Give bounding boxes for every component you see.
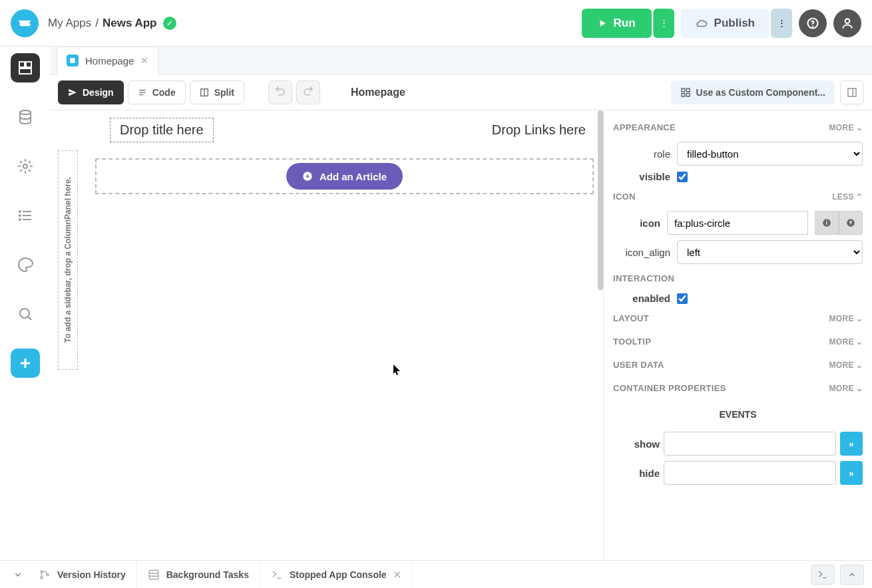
footer-tab-stopped-console[interactable]: Stopped App Console ✕ xyxy=(260,561,413,589)
header-left: My Apps / News App ✓ xyxy=(11,9,176,37)
tab-homepage[interactable]: Homepage ✕ xyxy=(57,47,158,74)
custom-component-button[interactable]: Use as Custom Component... xyxy=(671,80,835,104)
publish-button[interactable]: Publish xyxy=(681,9,769,38)
links-dropzone[interactable]: Drop Links here xyxy=(492,122,586,138)
view-toolbar: Design Code Split Homepage xyxy=(50,74,872,110)
list-icon xyxy=(17,208,33,223)
scrollbar[interactable] xyxy=(598,110,603,290)
console-button[interactable] xyxy=(811,565,835,585)
close-icon[interactable]: ✕ xyxy=(393,569,401,580)
svg-point-13 xyxy=(19,219,21,220)
more-toggle[interactable]: MORE ⌄ xyxy=(829,314,863,323)
section-tooltip[interactable]: TOOLTIP MORE ⌄ xyxy=(604,330,872,353)
more-toggle[interactable]: MORE ⌄ xyxy=(829,384,863,393)
navbar-preview: Drop title here Drop Links here xyxy=(50,110,603,149)
sidebar-dropzone[interactable]: To add a sidebar, drop a ColumnPanel her… xyxy=(58,150,78,370)
svg-rect-28 xyxy=(848,88,856,96)
design-view-button[interactable]: Design xyxy=(58,80,124,104)
footer-caret[interactable] xyxy=(8,570,28,579)
chevron-down-icon: ⌄ xyxy=(856,384,863,393)
run-menu-button[interactable]: ⋮ xyxy=(653,9,674,38)
add-article-button[interactable]: Add an Article xyxy=(286,163,403,190)
chevron-up-icon: ⌃ xyxy=(856,192,863,202)
plus-circle-icon xyxy=(302,171,313,182)
section-interaction[interactable]: INTERACTION xyxy=(604,267,872,290)
chevron-down-icon: ⌄ xyxy=(856,337,863,347)
redo-icon xyxy=(302,86,314,98)
user-icon xyxy=(841,17,854,30)
palette-icon xyxy=(17,257,33,273)
enabled-label: enabled xyxy=(613,293,670,304)
account-button[interactable] xyxy=(833,9,861,37)
left-sidebar xyxy=(0,47,50,560)
bottom-bar: Version History Background Tasks Stopped… xyxy=(0,560,872,588)
svg-text:i: i xyxy=(825,220,827,226)
enabled-checkbox[interactable] xyxy=(677,293,688,304)
run-button[interactable]: Run xyxy=(582,9,652,38)
icon-info-button[interactable]: i xyxy=(815,211,839,235)
icon-label: icon xyxy=(613,218,660,229)
more-toggle[interactable]: MORE ⌄ xyxy=(829,123,863,132)
svg-point-14 xyxy=(20,309,29,318)
section-layout[interactable]: LAYOUT MORE ⌄ xyxy=(604,307,872,330)
upload-icon xyxy=(846,218,855,227)
more-toggle[interactable]: MORE ⌄ xyxy=(829,361,863,370)
publish-menu-button[interactable]: ⋮ xyxy=(771,9,792,38)
chevron-down-icon: ⌄ xyxy=(856,361,863,370)
split-icon xyxy=(200,88,209,97)
layout-toggle-button[interactable] xyxy=(840,80,864,104)
split-view-button[interactable]: Split xyxy=(190,80,244,104)
icon-align-select[interactable]: left xyxy=(677,240,863,264)
breadcrumb-root[interactable]: My Apps xyxy=(48,17,91,30)
more-toggle[interactable]: MORE ⌄ xyxy=(829,337,863,347)
section-appearance[interactable]: APPEARANCE MORE ⌄ xyxy=(604,116,872,139)
sidebar-item-search[interactable] xyxy=(11,299,40,329)
event-hide-input[interactable] xyxy=(664,461,836,485)
sidebar-item-add[interactable] xyxy=(11,349,40,378)
redo-button[interactable] xyxy=(296,80,320,104)
header-right: Run ⋮ Publish ⋮ xyxy=(582,9,861,38)
sidebar-item-designer[interactable] xyxy=(11,53,40,82)
search-icon xyxy=(17,306,33,322)
svg-point-38 xyxy=(47,573,49,575)
svg-rect-27 xyxy=(686,93,690,96)
title-dropzone[interactable]: Drop title here xyxy=(110,118,214,142)
event-show-input[interactable] xyxy=(664,432,836,456)
canvas[interactable]: To add a sidebar, drop a ColumnPanel her… xyxy=(50,110,603,560)
svg-point-12 xyxy=(19,215,21,216)
footer-tab-background-tasks[interactable]: Background Tasks xyxy=(137,561,260,589)
svg-point-36 xyxy=(41,571,43,573)
visible-checkbox[interactable] xyxy=(677,172,688,182)
top-header: My Apps / News App ✓ Run ⋮ Publish ⋮ xyxy=(0,0,872,47)
section-container[interactable]: CONTAINER PROPERTIES MORE ⌄ xyxy=(604,376,872,400)
event-hide-button[interactable]: » xyxy=(840,461,863,485)
terminal-icon xyxy=(271,569,283,581)
svg-point-2 xyxy=(845,19,850,23)
icon-input[interactable] xyxy=(667,211,808,235)
close-icon[interactable]: ✕ xyxy=(140,55,148,66)
sidebar-item-theme[interactable] xyxy=(11,250,40,279)
chevron-down-icon: ⌄ xyxy=(856,314,863,323)
form-icon xyxy=(67,55,79,67)
event-show-button[interactable]: » xyxy=(840,432,863,456)
code-view-button[interactable]: Code xyxy=(128,80,186,104)
undo-button[interactable] xyxy=(268,80,292,104)
sidebar-item-settings[interactable] xyxy=(11,152,40,181)
less-toggle[interactable]: LESS ⌃ xyxy=(832,192,863,202)
breadcrumb-current[interactable]: News App xyxy=(103,17,157,30)
icon-upload-button[interactable] xyxy=(839,211,863,235)
sidebar-item-list[interactable] xyxy=(11,201,40,230)
role-select[interactable]: filled-button xyxy=(677,142,863,166)
app-logo[interactable] xyxy=(11,9,39,37)
section-icon[interactable]: ICON LESS ⌃ xyxy=(604,185,872,208)
properties-panel: APPEARANCE MORE ⌄ role filled-button vis… xyxy=(603,110,872,560)
help-button[interactable] xyxy=(799,9,827,37)
section-userdata[interactable]: USER DATA MORE ⌄ xyxy=(604,353,872,376)
sidebar-item-data[interactable] xyxy=(11,102,40,132)
branch-icon xyxy=(39,569,51,581)
article-dropzone[interactable]: Add an Article xyxy=(95,158,594,194)
event-hide-label: hide xyxy=(613,468,660,479)
icon-align-label: icon_align xyxy=(613,247,670,258)
expand-button[interactable] xyxy=(840,565,864,585)
footer-tab-version-history[interactable]: Version History xyxy=(28,561,137,589)
